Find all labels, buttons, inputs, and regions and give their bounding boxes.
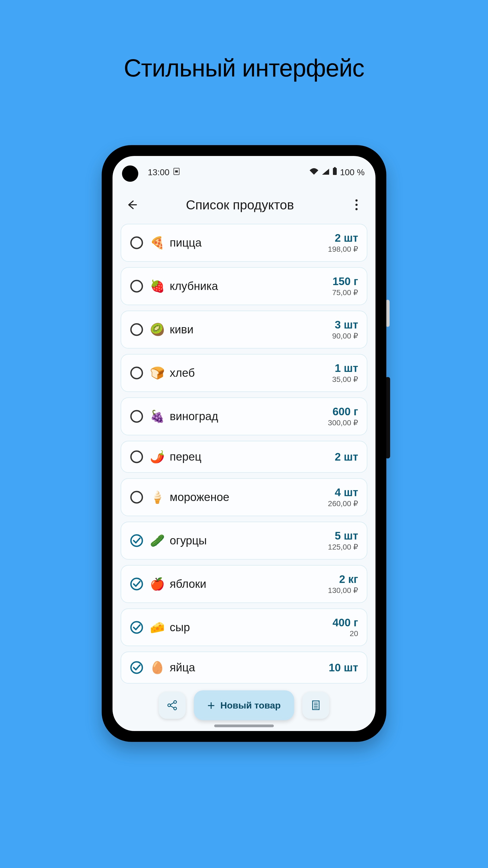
- svg-point-17: [174, 707, 176, 710]
- item-meta: 2 шт198,00 ₽: [328, 232, 358, 254]
- circle-outline-icon: [130, 410, 143, 423]
- item-quantity: 400 г: [332, 617, 358, 629]
- svg-rect-3: [333, 168, 337, 175]
- list-item[interactable]: 🍓клубника150 г75,00 ₽: [121, 267, 367, 305]
- circle-outline-icon: [130, 323, 143, 336]
- item-emoji: 🍎: [150, 577, 165, 591]
- list-item[interactable]: 🥚яйца10 шт: [121, 652, 367, 684]
- circle-outline-icon: [130, 236, 143, 250]
- status-time: 13:00: [148, 167, 169, 177]
- item-checkbox[interactable]: [130, 534, 143, 547]
- item-checkbox[interactable]: [130, 236, 143, 250]
- add-item-button[interactable]: + Новый товар: [194, 690, 294, 720]
- item-name: виноград: [170, 410, 328, 423]
- phone-camera-cutout: [122, 165, 138, 182]
- svg-rect-2: [334, 167, 336, 168]
- circle-outline-icon: [130, 490, 143, 504]
- more-dots-icon: [355, 199, 358, 202]
- bottom-actions: + Новый товар: [112, 690, 376, 720]
- svg-line-19: [170, 706, 174, 708]
- item-price: 90,00 ₽: [332, 332, 358, 340]
- cell-signal-icon: [322, 167, 330, 177]
- svg-point-4: [131, 237, 142, 248]
- check-circle-icon: [130, 577, 143, 591]
- item-name: огурцы: [170, 534, 328, 547]
- item-quantity: 5 шт: [328, 530, 358, 542]
- list-item[interactable]: 🧀сыр400 г20: [121, 609, 367, 646]
- item-name: перец: [170, 450, 335, 463]
- share-icon: [166, 700, 178, 711]
- check-circle-icon: [130, 661, 143, 674]
- receipt-button[interactable]: [302, 692, 329, 719]
- sim-icon: [173, 167, 180, 177]
- item-name: клубника: [170, 280, 332, 293]
- list-item[interactable]: 🥒огурцы5 шт125,00 ₽: [121, 522, 367, 560]
- svg-point-13: [131, 622, 142, 633]
- list-item[interactable]: 🍇виноград600 г300,00 ₽: [121, 397, 367, 435]
- item-quantity: 4 шт: [328, 486, 358, 499]
- svg-point-6: [131, 324, 142, 335]
- item-emoji: 🍕: [150, 236, 165, 250]
- item-checkbox[interactable]: [130, 410, 143, 423]
- item-emoji: 🧀: [150, 620, 165, 634]
- item-price: 260,00 ₽: [328, 499, 358, 508]
- circle-outline-icon: [130, 279, 143, 293]
- item-checkbox[interactable]: [130, 450, 143, 464]
- item-checkbox[interactable]: [130, 323, 143, 336]
- item-meta: 3 шт90,00 ₽: [332, 319, 358, 340]
- item-meta: 1 шт35,00 ₽: [332, 362, 358, 384]
- item-name: сыр: [170, 621, 332, 634]
- item-checkbox[interactable]: [130, 661, 143, 674]
- item-quantity: 1 шт: [332, 362, 358, 374]
- svg-point-5: [131, 280, 142, 292]
- item-price: 130,00 ₽: [328, 586, 358, 595]
- item-emoji: 🍦: [150, 490, 165, 504]
- share-button[interactable]: [159, 692, 186, 719]
- promo-title: Стильный интерфейс: [0, 0, 488, 82]
- list-item[interactable]: 🍦мороженое4 шт260,00 ₽: [121, 478, 367, 516]
- list-item[interactable]: 🥝киви3 шт90,00 ₽: [121, 311, 367, 348]
- svg-point-12: [131, 578, 142, 590]
- item-checkbox[interactable]: [130, 621, 143, 634]
- item-name: пицца: [170, 236, 328, 249]
- phone-frame: 13:00 100 %: [102, 145, 386, 742]
- item-price: 125,00 ₽: [328, 542, 358, 552]
- item-emoji: 🍓: [150, 279, 165, 293]
- item-price: 20: [332, 629, 358, 638]
- item-meta: 150 г75,00 ₽: [332, 275, 358, 297]
- product-list[interactable]: 🍕пицца2 шт198,00 ₽🍓клубника150 г75,00 ₽🥝…: [112, 221, 376, 684]
- item-emoji: 🥒: [150, 533, 165, 548]
- list-item[interactable]: 🍕пицца2 шт198,00 ₽: [121, 224, 367, 262]
- svg-point-11: [131, 535, 142, 546]
- item-emoji: 🍞: [150, 366, 165, 380]
- svg-rect-1: [175, 170, 178, 173]
- nav-handle[interactable]: [214, 724, 274, 727]
- item-checkbox[interactable]: [130, 577, 143, 591]
- phone-mockup: 13:00 100 %: [102, 145, 386, 742]
- list-item[interactable]: 🍞хлеб1 шт35,00 ₽: [121, 354, 367, 392]
- battery-icon: [332, 167, 337, 177]
- item-name: киви: [170, 323, 332, 336]
- item-name: хлеб: [170, 367, 332, 379]
- svg-point-8: [131, 411, 142, 422]
- list-item[interactable]: 🍎яблоки2 кг130,00 ₽: [121, 565, 367, 603]
- item-price: 35,00 ₽: [332, 375, 358, 384]
- item-quantity: 10 шт: [329, 661, 358, 674]
- item-checkbox[interactable]: [130, 490, 143, 504]
- item-checkbox[interactable]: [130, 279, 143, 293]
- item-emoji: 🥝: [150, 322, 165, 337]
- item-quantity: 3 шт: [332, 319, 358, 331]
- status-battery-pct: 100 %: [340, 167, 365, 177]
- check-circle-icon: [130, 621, 143, 634]
- more-menu-button[interactable]: [346, 194, 367, 216]
- page-title: Список продуктов: [134, 197, 346, 212]
- item-meta: 2 кг130,00 ₽: [328, 573, 358, 595]
- list-item[interactable]: 🌶️перец2 шт: [121, 441, 367, 473]
- item-meta: 400 г20: [332, 617, 358, 638]
- item-emoji: 🥚: [150, 660, 165, 675]
- svg-point-7: [131, 367, 142, 379]
- item-price: 300,00 ₽: [328, 418, 358, 427]
- circle-outline-icon: [130, 366, 143, 380]
- item-checkbox[interactable]: [130, 366, 143, 380]
- wifi-icon: [309, 167, 319, 177]
